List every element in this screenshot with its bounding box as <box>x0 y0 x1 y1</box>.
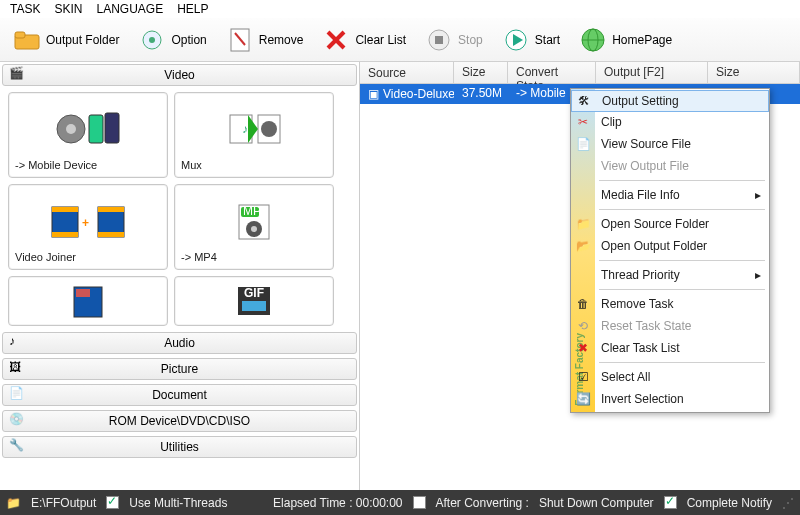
clear-icon: ✖ <box>575 340 591 356</box>
svg-point-35 <box>251 226 257 232</box>
remove-icon: 🗑 <box>575 296 591 312</box>
tile-mux[interactable]: ♪ Mux <box>174 92 334 178</box>
category-picture-label: Picture <box>161 362 198 376</box>
category-picture-header[interactable]: 🖼 Picture <box>2 358 357 380</box>
output-folder-button[interactable]: Output Folder <box>6 23 127 57</box>
category-document-header[interactable]: 📄 Document <box>2 384 357 406</box>
cm-invert-selection[interactable]: 🔄Invert Selection <box>571 388 769 410</box>
homepage-button[interactable]: HomePage <box>572 23 680 57</box>
complete-notify-checkbox[interactable] <box>664 496 677 509</box>
row-size: 37.50M <box>454 84 508 104</box>
menu-task[interactable]: TASK <box>10 2 40 16</box>
cm-select-all[interactable]: ☑Select All <box>571 366 769 388</box>
col-convert-state[interactable]: Convert State <box>508 62 596 83</box>
chevron-right-icon: ▸ <box>755 188 761 202</box>
multithread-checkbox[interactable] <box>106 496 119 509</box>
menu-language[interactable]: LANGUAGE <box>96 2 163 16</box>
settings-icon: 🛠 <box>576 93 592 109</box>
list-header: Source Size Convert State Output [F2] Si… <box>360 62 800 84</box>
svg-rect-17 <box>89 115 103 143</box>
separator <box>599 209 765 210</box>
cm-media-info[interactable]: Media File Info▸ <box>571 184 769 206</box>
category-audio-label: Audio <box>164 336 195 350</box>
video-category-icon: 🎬 <box>9 66 27 84</box>
category-utilities-label: Utilities <box>160 440 199 454</box>
mp4-icon: MP4 <box>181 191 327 251</box>
tile-label: -> Mobile Device <box>15 159 161 171</box>
cm-view-output: View Output File <box>571 155 769 177</box>
col-source[interactable]: Source <box>360 62 454 83</box>
option-button[interactable]: Option <box>131 23 214 57</box>
svg-point-16 <box>66 124 76 134</box>
cm-clip[interactable]: ✂Clip <box>571 111 769 133</box>
tile-partial-2[interactable]: GIF <box>174 276 334 326</box>
category-video-header[interactable]: 🎬 Video <box>2 64 357 86</box>
cm-thread-priority[interactable]: Thread Priority▸ <box>571 264 769 286</box>
separator <box>599 180 765 181</box>
tile-video-joiner[interactable]: + Video Joiner <box>8 184 168 270</box>
separator <box>599 362 765 363</box>
resize-grip-icon[interactable]: ⋰ <box>782 496 794 510</box>
stop-button[interactable]: Stop <box>418 23 491 57</box>
svg-rect-28 <box>98 207 124 212</box>
svg-rect-1 <box>15 32 25 38</box>
col-output[interactable]: Output [F2] <box>596 62 708 83</box>
menu-help[interactable]: HELP <box>177 2 208 16</box>
tile-label: -> MP4 <box>181 251 327 263</box>
gear-icon <box>139 27 165 53</box>
svg-text:+: + <box>82 216 89 230</box>
remove-icon <box>227 27 253 53</box>
clear-list-label: Clear List <box>355 33 406 47</box>
output-path[interactable]: E:\FFOutput <box>31 496 96 510</box>
option-label: Option <box>171 33 206 47</box>
col-size[interactable]: Size <box>454 62 508 83</box>
play-icon <box>503 27 529 53</box>
mux-icon: ♪ <box>181 99 327 159</box>
start-button[interactable]: Start <box>495 23 568 57</box>
remove-button[interactable]: Remove <box>219 23 312 57</box>
clear-list-button[interactable]: Clear List <box>315 23 414 57</box>
svg-point-22 <box>261 121 277 137</box>
cm-output-setting[interactable]: 🛠Output Setting <box>571 90 769 112</box>
globe-icon <box>580 27 606 53</box>
after-converting-checkbox[interactable] <box>413 496 426 509</box>
context-menu: Format Factory 🛠Output Setting ✂Clip 📄Vi… <box>570 88 770 413</box>
tile-mobile-device[interactable]: -> Mobile Device <box>8 92 168 178</box>
joiner-icon: + <box>15 191 161 251</box>
row-source: Video-Deluxe… <box>383 87 454 101</box>
multithread-label: Use Multi-Threads <box>129 496 227 510</box>
svg-point-3 <box>149 37 155 43</box>
folder-icon <box>14 27 40 53</box>
category-document-label: Document <box>152 388 207 402</box>
mobile-device-icon <box>15 99 161 159</box>
col-size2[interactable]: Size <box>708 62 800 83</box>
file-icon: ▣ <box>368 87 379 101</box>
separator <box>599 289 765 290</box>
svg-rect-27 <box>52 232 78 237</box>
cm-open-output-folder[interactable]: 📂Open Output Folder <box>571 235 769 257</box>
menu-skin[interactable]: SKIN <box>54 2 82 16</box>
svg-rect-9 <box>435 36 443 44</box>
folder-icon: 📁 <box>6 496 21 510</box>
after-converting-value[interactable]: Shut Down Computer <box>539 496 654 510</box>
tile-label: Mux <box>181 159 327 171</box>
video-tiles: -> Mobile Device ♪ Mux + Video Joiner MP… <box>0 88 359 330</box>
separator <box>599 260 765 261</box>
status-bar: 📁 E:\FFOutput Use Multi-Threads Elapsed … <box>0 490 800 515</box>
svg-rect-29 <box>98 232 124 237</box>
cm-view-source[interactable]: 📄View Source File <box>571 133 769 155</box>
stop-icon <box>426 27 452 53</box>
tile-partial-1[interactable] <box>8 276 168 326</box>
invert-icon: 🔄 <box>575 391 591 407</box>
category-audio-header[interactable]: ♪ Audio <box>2 332 357 354</box>
cm-remove-task[interactable]: 🗑Remove Task <box>571 293 769 315</box>
category-rom-header[interactable]: 💿 ROM Device\DVD\CD\ISO <box>2 410 357 432</box>
cm-open-source-folder[interactable]: 📁Open Source Folder <box>571 213 769 235</box>
reset-icon: ⟲ <box>575 318 591 334</box>
after-converting-label: After Converting : <box>436 496 529 510</box>
tile-mp4[interactable]: MP4 -> MP4 <box>174 184 334 270</box>
category-utilities-header[interactable]: 🔧 Utilities <box>2 436 357 458</box>
menu-bar: TASK SKIN LANGUAGE HELP <box>0 0 800 18</box>
cm-clear-task-list[interactable]: ✖Clear Task List <box>571 337 769 359</box>
homepage-label: HomePage <box>612 33 672 47</box>
